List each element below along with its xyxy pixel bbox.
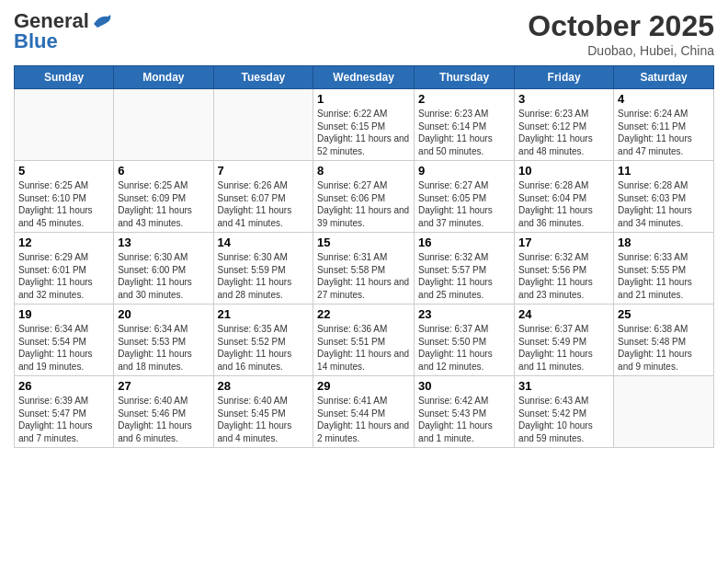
calendar-cell: [114, 89, 213, 161]
calendar-cell: 9Sunrise: 6:27 AM Sunset: 6:05 PM Daylig…: [415, 161, 515, 233]
date-number: 30: [418, 379, 510, 393]
calendar-cell: 5Sunrise: 6:25 AM Sunset: 6:10 PM Daylig…: [15, 161, 114, 233]
day-header-saturday: Saturday: [614, 66, 714, 89]
cell-info: Sunrise: 6:43 AM Sunset: 5:42 PM Dayligh…: [518, 395, 609, 444]
date-number: 8: [317, 164, 410, 178]
calendar-cell: 21Sunrise: 6:35 AM Sunset: 5:52 PM Dayli…: [213, 304, 313, 376]
cell-info: Sunrise: 6:32 AM Sunset: 5:57 PM Dayligh…: [418, 251, 510, 301]
day-header-wednesday: Wednesday: [313, 66, 415, 89]
date-number: 19: [18, 307, 109, 321]
calendar-cell: 29Sunrise: 6:41 AM Sunset: 5:44 PM Dayli…: [313, 376, 415, 448]
calendar-cell: 14Sunrise: 6:30 AM Sunset: 5:59 PM Dayli…: [213, 233, 313, 304]
cell-info: Sunrise: 6:27 AM Sunset: 6:05 PM Dayligh…: [418, 179, 510, 229]
cell-info: Sunrise: 6:35 AM Sunset: 5:52 PM Dayligh…: [218, 323, 310, 373]
cell-info: Sunrise: 6:39 AM Sunset: 5:47 PM Dayligh…: [18, 395, 109, 444]
calendar-cell: 7Sunrise: 6:26 AM Sunset: 6:07 PM Daylig…: [213, 161, 313, 233]
calendar-cell: 8Sunrise: 6:27 AM Sunset: 6:06 PM Daylig…: [313, 161, 415, 233]
calendar-week-4: 19Sunrise: 6:34 AM Sunset: 5:54 PM Dayli…: [15, 304, 714, 376]
logo: General Blue: [14, 9, 112, 53]
calendar-cell: 23Sunrise: 6:37 AM Sunset: 5:50 PM Dayli…: [415, 304, 515, 376]
calendar-cell: 28Sunrise: 6:40 AM Sunset: 5:45 PM Dayli…: [213, 376, 313, 448]
date-number: 16: [418, 236, 510, 249]
cell-info: Sunrise: 6:40 AM Sunset: 5:46 PM Dayligh…: [118, 395, 209, 444]
date-number: 21: [218, 307, 310, 321]
calendar-cell: 11Sunrise: 6:28 AM Sunset: 6:03 PM Dayli…: [614, 161, 714, 233]
date-number: 23: [418, 307, 510, 321]
cell-info: Sunrise: 6:28 AM Sunset: 6:03 PM Dayligh…: [618, 179, 710, 229]
calendar-cell: [213, 89, 313, 161]
cell-info: Sunrise: 6:31 AM Sunset: 5:58 PM Dayligh…: [317, 251, 410, 301]
cell-info: Sunrise: 6:25 AM Sunset: 6:09 PM Dayligh…: [118, 179, 209, 229]
calendar-week-2: 5Sunrise: 6:25 AM Sunset: 6:10 PM Daylig…: [15, 161, 714, 233]
cell-info: Sunrise: 6:36 AM Sunset: 5:51 PM Dayligh…: [317, 323, 410, 373]
calendar-body: 1Sunrise: 6:22 AM Sunset: 6:15 PM Daylig…: [15, 89, 714, 448]
calendar-cell: 10Sunrise: 6:28 AM Sunset: 6:04 PM Dayli…: [515, 161, 614, 233]
date-number: 15: [317, 236, 410, 249]
cell-info: Sunrise: 6:38 AM Sunset: 5:48 PM Dayligh…: [618, 323, 710, 373]
date-number: 29: [317, 379, 410, 393]
cell-info: Sunrise: 6:27 AM Sunset: 6:06 PM Dayligh…: [317, 179, 410, 229]
calendar-cell: 30Sunrise: 6:42 AM Sunset: 5:43 PM Dayli…: [415, 376, 515, 448]
calendar-cell: 13Sunrise: 6:30 AM Sunset: 6:00 PM Dayli…: [114, 233, 213, 304]
cell-info: Sunrise: 6:32 AM Sunset: 5:56 PM Dayligh…: [518, 251, 609, 301]
date-number: 27: [118, 379, 209, 393]
calendar-header: SundayMondayTuesdayWednesdayThursdayFrid…: [15, 66, 714, 89]
calendar-cell: 18Sunrise: 6:33 AM Sunset: 5:55 PM Dayli…: [614, 233, 714, 304]
location: Duobao, Hubei, China: [528, 43, 714, 58]
cell-info: Sunrise: 6:42 AM Sunset: 5:43 PM Dayligh…: [418, 395, 510, 444]
header-row: SundayMondayTuesdayWednesdayThursdayFrid…: [15, 66, 714, 89]
date-number: 25: [618, 307, 710, 321]
date-number: 13: [118, 236, 209, 249]
date-number: 7: [218, 164, 310, 178]
page-container: General Blue October 2025 Duobao, Hubei,…: [0, 0, 728, 457]
date-number: 17: [518, 236, 609, 249]
logo-bird-icon: [92, 13, 112, 29]
calendar-cell: 3Sunrise: 6:23 AM Sunset: 6:12 PM Daylig…: [515, 89, 614, 161]
date-number: 31: [518, 379, 609, 393]
date-number: 1: [317, 92, 410, 106]
calendar-cell: 24Sunrise: 6:37 AM Sunset: 5:49 PM Dayli…: [515, 304, 614, 376]
cell-info: Sunrise: 6:28 AM Sunset: 6:04 PM Dayligh…: [518, 179, 609, 229]
header: General Blue October 2025 Duobao, Hubei,…: [14, 9, 714, 58]
cell-info: Sunrise: 6:30 AM Sunset: 6:00 PM Dayligh…: [118, 251, 209, 301]
date-number: 10: [518, 164, 609, 178]
date-number: 26: [18, 379, 109, 393]
day-header-friday: Friday: [515, 66, 614, 89]
calendar-cell: 19Sunrise: 6:34 AM Sunset: 5:54 PM Dayli…: [15, 304, 114, 376]
calendar-cell: 17Sunrise: 6:32 AM Sunset: 5:56 PM Dayli…: [515, 233, 614, 304]
calendar-week-3: 12Sunrise: 6:29 AM Sunset: 6:01 PM Dayli…: [15, 233, 714, 304]
calendar-cell: [614, 376, 714, 448]
calendar-cell: [15, 89, 114, 161]
date-number: 9: [418, 164, 510, 178]
day-header-sunday: Sunday: [15, 66, 114, 89]
calendar-cell: 15Sunrise: 6:31 AM Sunset: 5:58 PM Dayli…: [313, 233, 415, 304]
date-number: 24: [518, 307, 609, 321]
date-number: 28: [218, 379, 310, 393]
day-header-tuesday: Tuesday: [213, 66, 313, 89]
calendar-cell: 16Sunrise: 6:32 AM Sunset: 5:57 PM Dayli…: [415, 233, 515, 304]
cell-info: Sunrise: 6:34 AM Sunset: 5:53 PM Dayligh…: [118, 323, 209, 373]
day-header-monday: Monday: [114, 66, 213, 89]
date-number: 6: [118, 164, 209, 178]
date-number: 20: [118, 307, 209, 321]
date-number: 2: [418, 92, 510, 106]
calendar-cell: 26Sunrise: 6:39 AM Sunset: 5:47 PM Dayli…: [15, 376, 114, 448]
cell-info: Sunrise: 6:23 AM Sunset: 6:12 PM Dayligh…: [518, 108, 609, 157]
date-number: 18: [618, 236, 710, 249]
calendar-cell: 2Sunrise: 6:23 AM Sunset: 6:14 PM Daylig…: [415, 89, 515, 161]
date-number: 12: [18, 236, 109, 249]
day-header-thursday: Thursday: [415, 66, 515, 89]
cell-info: Sunrise: 6:22 AM Sunset: 6:15 PM Dayligh…: [317, 108, 410, 157]
date-number: 3: [518, 92, 609, 106]
date-number: 5: [18, 164, 109, 178]
calendar-cell: 4Sunrise: 6:24 AM Sunset: 6:11 PM Daylig…: [614, 89, 714, 161]
cell-info: Sunrise: 6:41 AM Sunset: 5:44 PM Dayligh…: [317, 395, 410, 444]
date-number: 14: [218, 236, 310, 249]
calendar-cell: 12Sunrise: 6:29 AM Sunset: 6:01 PM Dayli…: [15, 233, 114, 304]
cell-info: Sunrise: 6:30 AM Sunset: 5:59 PM Dayligh…: [218, 251, 310, 301]
date-number: 22: [317, 307, 410, 321]
calendar-cell: 20Sunrise: 6:34 AM Sunset: 5:53 PM Dayli…: [114, 304, 213, 376]
cell-info: Sunrise: 6:25 AM Sunset: 6:10 PM Dayligh…: [18, 179, 109, 229]
month-title: October 2025: [528, 9, 714, 43]
cell-info: Sunrise: 6:26 AM Sunset: 6:07 PM Dayligh…: [218, 179, 310, 229]
